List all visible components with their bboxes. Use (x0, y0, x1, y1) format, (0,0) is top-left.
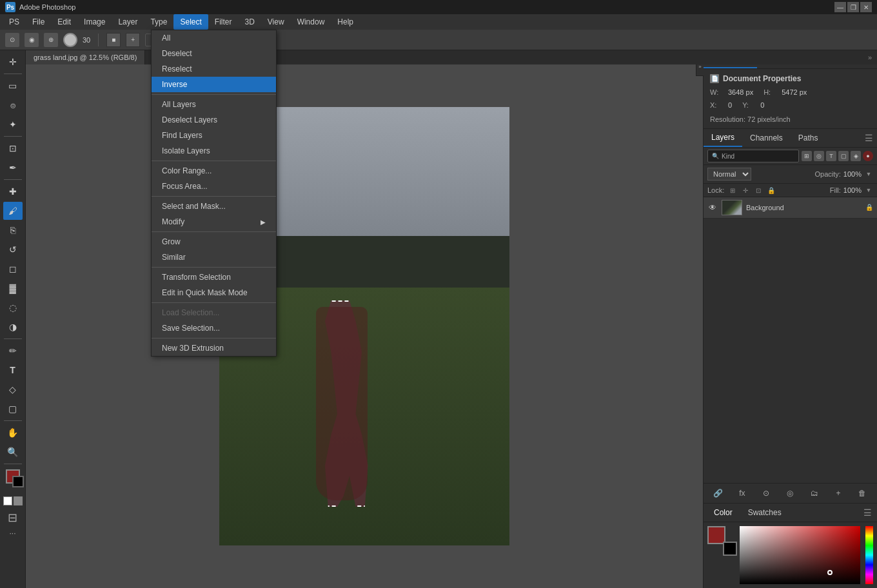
new-layer-btn[interactable]: + (831, 486, 845, 500)
menu-ps[interactable]: PS (3, 14, 26, 30)
dd-focus-area[interactable]: Focus Area... (152, 179, 276, 194)
menu-window[interactable]: Window (291, 14, 331, 30)
tool-zoom[interactable]: 🔍 (3, 443, 23, 461)
tool-brush[interactable]: 🖌 (3, 202, 23, 220)
dd-deselect[interactable]: Deselect (152, 46, 276, 61)
tab-paths[interactable]: Paths (791, 130, 826, 146)
tool-lasso[interactable]: ⌾ (3, 96, 23, 114)
tool-blur[interactable]: ◌ (3, 299, 23, 317)
tool-hand[interactable]: ✋ (3, 424, 23, 442)
new-fill-btn[interactable]: ⊙ (759, 486, 773, 500)
lock-artboard-icon[interactable]: ⊡ (754, 186, 763, 195)
tool-move[interactable]: ✛ (3, 53, 23, 71)
menu-file[interactable]: File (26, 14, 51, 30)
tab-channels[interactable]: Channels (742, 130, 791, 146)
dd-grow[interactable]: Grow (152, 234, 276, 250)
tool-icon-2[interactable]: ◉ (25, 33, 39, 47)
document-tab[interactable]: grass land.jpg @ 12.5% (RGB/8) (26, 50, 145, 64)
tool-path-select[interactable]: ◇ (3, 380, 23, 398)
menu-3d[interactable]: 3D (238, 14, 261, 30)
tool-text[interactable]: T (3, 361, 23, 379)
group-btn[interactable]: 🗂 (807, 486, 822, 500)
menu-help[interactable]: Help (331, 14, 360, 30)
dd-select-and-mask[interactable]: Select and Mask... (152, 199, 276, 214)
correction-btn[interactable]: ◎ (783, 486, 797, 500)
mode-select[interactable]: ■ (106, 33, 121, 47)
dd-isolate-layers[interactable]: Isolate Layers (152, 143, 276, 159)
layer-kind-search[interactable]: 🔍 Kind (707, 150, 799, 162)
dd-save-selection[interactable]: Save Selection... (152, 320, 276, 336)
more-tools-btn[interactable]: ··· (9, 529, 15, 538)
menu-filter[interactable]: Filter (208, 14, 239, 30)
lock-position-icon[interactable]: ✛ (741, 186, 750, 195)
filter-adj-icon[interactable]: ◎ (814, 151, 824, 161)
menu-layer[interactable]: Layer (112, 14, 144, 30)
background-swatch[interactable] (723, 542, 737, 556)
dd-all[interactable]: All (152, 30, 276, 46)
screen-mode-btn[interactable]: ⊟ (8, 511, 17, 525)
tool-clone[interactable]: ⎘ (3, 221, 23, 239)
menu-view[interactable]: View (261, 14, 291, 30)
filter-toggle[interactable]: ● (863, 151, 873, 161)
tool-shape[interactable]: ▢ (3, 400, 23, 418)
tool-dodge[interactable]: ◑ (3, 318, 23, 336)
filter-type-icon[interactable]: T (826, 151, 836, 161)
title-bar-controls[interactable]: — ❐ ✕ (834, 2, 872, 12)
delete-layer-btn[interactable]: 🗑 (855, 486, 869, 500)
dd-deselect-layers[interactable]: Deselect Layers (152, 112, 276, 128)
layer-visibility-icon[interactable]: 👁 (707, 202, 718, 213)
tool-pen[interactable]: ✏ (3, 342, 23, 360)
dd-all-layers[interactable]: All Layers (152, 97, 276, 112)
color-menu-icon[interactable]: ☰ (863, 507, 872, 518)
dd-transform-selection[interactable]: Transform Selection (152, 270, 276, 285)
fx-btn[interactable]: fx (735, 486, 749, 500)
tool-eraser[interactable]: ◻ (3, 260, 23, 278)
tool-magic-wand[interactable]: ✦ (3, 115, 23, 133)
close-button[interactable]: ✕ (860, 2, 872, 12)
foreground-color[interactable] (6, 469, 20, 484)
tool-history-brush[interactable]: ↺ (3, 240, 23, 259)
fill-arrow[interactable]: ▼ (864, 186, 873, 195)
maximize-button[interactable]: ❐ (847, 2, 859, 12)
layer-item[interactable]: 👁 Background 🔒 (704, 197, 877, 219)
tool-gradient[interactable]: ▓ (3, 279, 23, 297)
filter-smart-icon[interactable]: ◈ (851, 151, 861, 161)
dd-reselect[interactable]: Reselect (152, 61, 276, 77)
blend-mode-select[interactable]: Normal Multiply Screen (707, 168, 751, 181)
minimize-button[interactable]: — (834, 2, 846, 12)
tab-layers[interactable]: Layers (704, 129, 742, 147)
panel-collapse-right[interactable]: » (863, 52, 877, 63)
quick-mask-btn[interactable] (14, 496, 23, 505)
tool-crop[interactable]: ⊡ (3, 139, 23, 157)
dd-find-layers[interactable]: Find Layers (152, 128, 276, 143)
dd-new-3d-extrusion[interactable]: New 3D Extrusion (152, 340, 276, 356)
link-layers-btn[interactable]: 🔗 (711, 486, 725, 500)
color-gradient-picker[interactable] (740, 526, 860, 584)
color-tab-swatches[interactable]: Swatches (743, 506, 787, 519)
menu-select[interactable]: Select (173, 14, 208, 30)
tool-heal[interactable]: ✚ (3, 182, 23, 201)
layers-menu-icon[interactable]: ☰ (861, 130, 877, 146)
menu-image[interactable]: Image (77, 14, 112, 30)
menu-type[interactable]: Type (144, 14, 173, 30)
filter-pixel-icon[interactable]: ⊞ (802, 151, 812, 161)
dd-load-selection[interactable]: Load Selection... (152, 305, 276, 320)
opacity-arrow[interactable]: ▼ (864, 170, 873, 179)
dd-inverse[interactable]: Inverse (152, 77, 276, 92)
tool-icon-1[interactable]: ⊙ (5, 33, 19, 47)
lock-pixels-icon[interactable]: ⊞ (728, 186, 737, 195)
tool-select-rect[interactable]: ▭ (3, 77, 23, 95)
tool-eyedropper[interactable]: ✒ (3, 159, 23, 177)
dd-color-range[interactable]: Color Range... (152, 163, 276, 179)
filter-shape-icon[interactable]: ▢ (838, 151, 849, 161)
lock-all-icon[interactable]: 🔒 (767, 186, 776, 195)
tool-icon-3[interactable]: ⊕ (44, 33, 58, 47)
mode-select-2[interactable]: + (126, 33, 140, 47)
color-tab-color[interactable]: Color (709, 506, 738, 519)
background-color[interactable] (12, 476, 24, 487)
menu-edit[interactable]: Edit (51, 14, 77, 30)
standard-mode-btn[interactable] (3, 496, 12, 505)
dd-edit-quick-mask[interactable]: Edit in Quick Mask Mode (152, 285, 276, 300)
dd-similar[interactable]: Similar (152, 250, 276, 265)
color-hue-bar[interactable] (865, 526, 873, 584)
